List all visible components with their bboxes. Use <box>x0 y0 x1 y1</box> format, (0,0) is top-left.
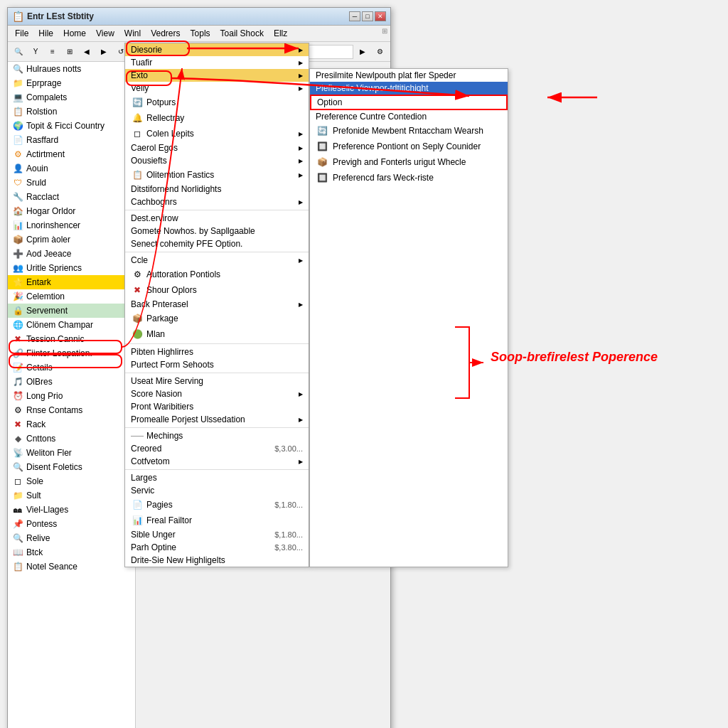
dropdown-useat[interactable]: Useat Mire Serving <box>125 375 309 387</box>
dropdown-mlan[interactable]: 🟢 Mlan <box>125 326 309 342</box>
sidebar-item-cprim[interactable]: 📦 Cprim àoler <box>8 232 135 247</box>
sidebar-item-aod[interactable]: ➕ Aod Jeeace <box>8 247 135 261</box>
menu-view[interactable]: View <box>92 27 119 40</box>
maximize-button[interactable]: □ <box>362 11 373 21</box>
toolbar-y[interactable]: Y <box>28 44 43 60</box>
sidebar-item-eprprage[interactable]: 📁 Eprprage ▶ <box>8 76 135 90</box>
sidebar-item-celemtion[interactable]: 🎉 Celemtion ▶ <box>8 289 135 304</box>
dropdown-shour[interactable]: ✖ Shour Oplors <box>125 282 309 298</box>
dropdown-mechings[interactable]: Mechings <box>125 429 309 442</box>
minimize-button[interactable]: ─ <box>349 11 360 21</box>
sidebar-label-cetails: Cetails <box>26 363 53 373</box>
dropdown-potpurs[interactable]: 🔄 Potpurs <box>125 95 309 110</box>
dropdown-velly[interactable]: Velly ▶ <box>125 82 309 95</box>
sidebar-item-hogar[interactable]: 🏠 Hogar Orldor ▶ <box>8 204 135 218</box>
sidebar-item-servement[interactable]: 🔒 Servement <box>8 304 135 318</box>
dropdown-pagies[interactable]: 📄 Pagies $,1.80... <box>125 497 309 513</box>
toolbar-forward[interactable]: ▶ <box>96 44 112 60</box>
dropdown-servic[interactable]: Servic <box>125 484 309 497</box>
sidebar-item-notel[interactable]: 📋 Notel Seance <box>8 560 135 574</box>
sidebar-item-pontess[interactable]: 📌 Pontess <box>8 517 135 531</box>
sidebar-item-entark[interactable]: ⭐ Entark ▶ <box>8 275 135 289</box>
toolbar-list[interactable]: ≡ <box>45 44 60 60</box>
sidebar-item-compalets[interactable]: 💻 Compalets <box>8 90 135 105</box>
third-prefonide[interactable]: 🔄 Prefonide Mewbent Rntaccham Wearsh <box>310 123 508 139</box>
sidebar-item-btck[interactable]: 📖 Btck <box>8 545 135 560</box>
sidebar-item-olbres[interactable]: 🎵 OlBres <box>8 375 135 389</box>
dropdown-dest[interactable]: Dest.ervirow <box>125 212 309 225</box>
toolbar-back[interactable]: ◀ <box>79 44 95 60</box>
sidebar-item-sruld[interactable]: 🛡 Sruld ▶ <box>8 176 135 190</box>
toolbar-search[interactable]: 🔍 <box>11 44 26 60</box>
dropdown-tuafir[interactable]: Tuafir ▶ <box>125 56 309 69</box>
dropdown-colen[interactable]: ◻ Colen Lepits ▶ <box>125 126 309 141</box>
sidebar-item-aouin[interactable]: 👤 Aouin <box>8 161 135 176</box>
sidebar-item-clonem[interactable]: 🌐 Clönem Champar <box>8 318 135 332</box>
dropdown-diesorie[interactable]: Diesorie ▶ <box>125 43 309 56</box>
sidebar-item-long-prio[interactable]: ⏰ Long Prio <box>8 389 135 403</box>
third-previgh[interactable]: 📦 Previgh and Fonterls urigut Whecle <box>310 154 508 170</box>
dropdown-auttoration[interactable]: ⚙ Auttoration Pontiols <box>125 267 309 282</box>
sidebar-item-tession[interactable]: ✖ Tession Cannic <box>8 332 135 346</box>
sidebar-item-topit[interactable]: 🌍 Topit & Ficci Country <box>8 119 135 133</box>
dropdown-pibten[interactable]: Pibten Highlirres <box>125 346 309 358</box>
sidebar-item-sole[interactable]: ◻ Sole <box>8 474 135 488</box>
sidebar-item-actirtment[interactable]: ⚙ Actirtment ▶ <box>8 147 135 161</box>
dropdown-cachbognrs[interactable]: Cachbognrs ▶ <box>125 196 309 208</box>
dropdown-promealle[interactable]: Promealle Porjest Ulssedation ▶ <box>125 413 309 426</box>
menu-vedrers[interactable]: Vedrers <box>146 27 184 40</box>
third-preference-cuntre[interactable]: Preference Cuntre Contedion <box>310 110 508 123</box>
dropdown-senect[interactable]: Senect cohemity PFE Option. <box>125 237 309 250</box>
sidebar-item-rack[interactable]: ✖ Rack <box>8 417 135 432</box>
sidebar-item-rnse[interactable]: ⚙ Rnse Contams <box>8 403 135 417</box>
sidebar-item-disent[interactable]: 🔍 Disent Foletics <box>8 460 135 474</box>
dropdown-parh[interactable]: Parh Optine $,3.80... <box>125 541 309 554</box>
dropdown-oousiefts[interactable]: Oousiefts ▶ <box>125 154 309 167</box>
menu-toail-shock[interactable]: Toail Shock <box>216 27 268 40</box>
menu-winl[interactable]: Winl <box>120 27 145 40</box>
sidebar-item-hulraues[interactable]: 🔍 Hulraues notts ▶ <box>8 62 135 76</box>
dropdown-ccle[interactable]: Ccle ▶ <box>125 254 309 267</box>
dropdown-drite[interactable]: Drite-Sie New Highligelts <box>125 554 309 567</box>
sidebar-item-racclact[interactable]: 🔧 Racclact <box>8 190 135 204</box>
third-plefieselic[interactable]: Plefieselic Viewpor-tdtitichight <box>310 82 508 95</box>
third-presilmite[interactable]: Presilmite Newlpouth plat fler Speder <box>310 69 508 82</box>
menu-home[interactable]: Home <box>59 27 90 40</box>
sidebar-item-cetails[interactable]: 📝 Cetails <box>8 360 135 375</box>
menu-ellz[interactable]: Ellz <box>269 27 291 40</box>
dropdown-purtect[interactable]: Purtect Form Sehoots <box>125 358 309 371</box>
third-option[interactable]: Option <box>310 95 508 110</box>
dropdown-freal[interactable]: 📊 Freal Failtor <box>125 513 309 528</box>
dropdown-caerol[interactable]: Caerol Egos ▶ <box>125 141 309 154</box>
sidebar-item-viel[interactable]: 🏘 Viel-Llages <box>8 503 135 517</box>
dropdown-creored[interactable]: Creored $,3.00... <box>125 442 309 455</box>
dropdown-parkage[interactable]: 📦 Parkage <box>125 311 309 326</box>
third-preferencd[interactable]: 🔲 Preferencd fars Weck-riste <box>310 170 508 186</box>
sidebar-item-rasffard[interactable]: 📄 Rasffard <box>8 133 135 147</box>
sidebar-item-lnorinshencer[interactable]: 📊 Lnorinshencer ▶ <box>8 218 135 232</box>
dropdown-gomete[interactable]: Gomete Nowhos. by Sapllgaable <box>125 225 309 237</box>
sidebar-item-weliton[interactable]: 📡 Weliton Fler ▶ <box>8 446 135 460</box>
sidebar-item-relive[interactable]: 🔍 Relive <box>8 531 135 545</box>
dropdown-sible[interactable]: Sible Unger $,1.80... <box>125 528 309 541</box>
dropdown-back-pnterasel[interactable]: Back Pnterasel ▶ <box>125 298 309 311</box>
sidebar-item-fiinter[interactable]: 🔗 Fiinter Loapation. <box>8 346 135 360</box>
close-button[interactable]: ✕ <box>375 11 386 21</box>
third-preference-pontiont[interactable]: 🔲 Preference Pontiont on Seply Counider <box>310 139 508 154</box>
sidebar-item-uritle[interactable]: 👥 Uritle Spriencs <box>8 261 135 275</box>
dropdown-rellectray[interactable]: 🔔 Rellectray <box>125 110 309 126</box>
dropdown-score[interactable]: Score Nasion ▶ <box>125 387 309 400</box>
menu-hile[interactable]: Hile <box>34 27 58 40</box>
toolbar-table[interactable]: ⊞ <box>62 44 77 60</box>
sidebar-item-cnttons[interactable]: ◆ Cnttons <box>8 432 135 446</box>
sidebar-item-sult[interactable]: 📁 Sult ▶ <box>8 488 135 503</box>
dropdown-olitemtion[interactable]: 📋 Olitemtion Fastics ▶ <box>125 167 309 183</box>
menu-topls[interactable]: Topls <box>186 27 215 40</box>
menu-file[interactable]: File <box>11 27 33 40</box>
dropdown-ditstifornend[interactable]: Ditstifornend Norlidights <box>125 183 309 196</box>
dropdown-larges[interactable]: Larges <box>125 471 309 484</box>
sidebar-item-rolstion[interactable]: 📋 Rolstion <box>8 105 135 119</box>
dropdown-exto[interactable]: Exto ▶ <box>125 69 309 82</box>
dropdown-cotfvetom[interactable]: Cotfvetom ▶ <box>125 455 309 468</box>
dropdown-pront[interactable]: Pront Waribitiers <box>125 400 309 413</box>
